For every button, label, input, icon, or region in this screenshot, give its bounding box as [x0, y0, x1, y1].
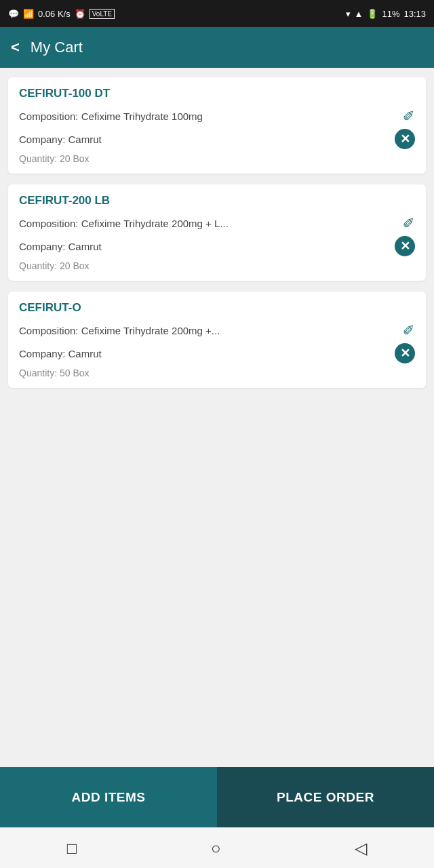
bottom-buttons: ADD ITEMS PLACE ORDER	[0, 767, 434, 827]
cart-content: CEFIRUT-100 DT Composition: Cefixime Tri…	[0, 68, 434, 767]
signal-strength-icon: ▲	[355, 9, 363, 19]
item-1-quantity: Quantity: 20 Box	[19, 153, 415, 164]
place-order-button[interactable]: PLACE ORDER	[217, 767, 434, 827]
battery-icon: 🔋	[367, 9, 378, 19]
item-2-delete-button[interactable]: ✕	[395, 236, 415, 256]
item-3-composition: Composition: Cefixime Trihydrate 200mg +…	[19, 325, 220, 336]
item-2-company: Company: Camrut	[19, 241, 102, 252]
item-3-company: Company: Camrut	[19, 348, 102, 359]
item-3-name: CEFIRUT-O	[19, 301, 415, 315]
item-1-company-row: Company: Camrut ✕	[19, 129, 415, 149]
item-2-name: CEFIRUT-200 LB	[19, 194, 415, 208]
whatsapp-icon: 💬	[8, 9, 19, 19]
cart-item-1: CEFIRUT-100 DT Composition: Cefixime Tri…	[8, 77, 426, 174]
status-bar-right: ▾ ▲ 🔋 11% 13:13	[346, 9, 426, 19]
item-3-quantity: Quantity: 50 Box	[19, 368, 415, 378]
item-1-name: CEFIRUT-100 DT	[19, 87, 415, 100]
status-bar-left: 💬 📶 0.06 K/s ⏰ VoLTE	[8, 9, 115, 19]
add-items-button[interactable]: ADD ITEMS	[0, 767, 217, 827]
page-title: My Cart	[31, 39, 83, 56]
item-1-company: Company: Camrut	[19, 134, 102, 145]
header: < My Cart	[0, 27, 434, 68]
cart-item-2: CEFIRUT-200 LB Composition: Cefixime Tri…	[8, 184, 426, 281]
item-1-composition-row: Composition: Cefixime Trihydrate 100mg ✏	[19, 107, 415, 125]
item-2-quantity: Quantity: 20 Box	[19, 260, 415, 271]
wifi-icon: ▾	[346, 9, 351, 19]
nav-square-icon[interactable]: □	[67, 839, 77, 858]
nav-circle-icon[interactable]: ○	[211, 839, 221, 858]
item-3-composition-row: Composition: Cefixime Trihydrate 200mg +…	[19, 321, 415, 339]
item-3-delete-button[interactable]: ✕	[395, 343, 415, 363]
cart-item-3: CEFIRUT-O Composition: Cefixime Trihydra…	[8, 292, 426, 388]
status-bar: 💬 📶 0.06 K/s ⏰ VoLTE ▾ ▲ 🔋 11% 13:13	[0, 0, 434, 27]
item-1-edit-icon[interactable]: ✏	[398, 105, 419, 126]
clock: 13:13	[403, 9, 426, 19]
battery-percent: 11%	[382, 9, 399, 19]
item-3-company-row: Company: Camrut ✕	[19, 343, 415, 363]
back-button[interactable]: <	[11, 39, 20, 56]
signal-icon: 📶	[23, 9, 34, 19]
nav-bar: □ ○ ◁	[0, 827, 434, 868]
item-2-company-row: Company: Camrut ✕	[19, 236, 415, 256]
item-2-composition-row: Composition: Cefixime Trihydrate 200mg +…	[19, 214, 415, 232]
alarm-icon: ⏰	[75, 9, 85, 19]
item-2-edit-icon[interactable]: ✏	[398, 212, 419, 233]
volte-icon: VoLTE	[90, 9, 115, 19]
item-1-composition: Composition: Cefixime Trihydrate 100mg	[19, 111, 203, 122]
item-2-composition: Composition: Cefixime Trihydrate 200mg +…	[19, 218, 229, 229]
network-speed: 0.06 K/s	[38, 9, 71, 19]
nav-back-icon[interactable]: ◁	[355, 839, 367, 858]
item-1-delete-button[interactable]: ✕	[395, 129, 415, 149]
item-3-edit-icon[interactable]: ✏	[398, 319, 419, 340]
